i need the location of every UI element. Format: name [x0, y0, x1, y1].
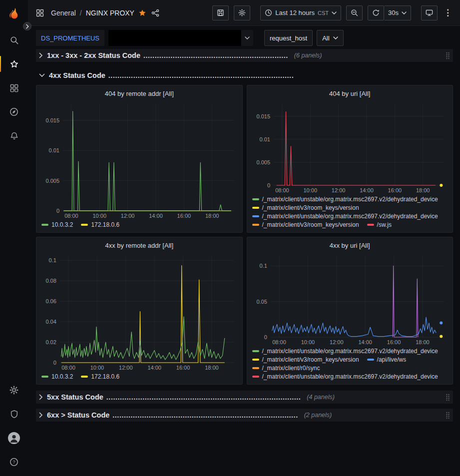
row-header-1xx-3xx-2xx[interactable]: 1xx - 3xx - 2xx Status Code ............… [36, 49, 453, 62]
breadcrumb-dashboard-title[interactable]: NGINX PROXY [86, 9, 134, 17]
variable-request-host-label[interactable]: request_host [264, 30, 313, 46]
panel-title[interactable]: 4xx by uri [All] [252, 240, 448, 251]
svg-text:12:00: 12:00 [121, 213, 135, 219]
share-button[interactable] [151, 9, 159, 17]
svg-text:18:00: 18:00 [205, 365, 219, 371]
sidebar-item-search[interactable] [0, 28, 28, 52]
row-drag-handle[interactable] [446, 412, 450, 419]
svg-text:10:00: 10:00 [93, 213, 107, 219]
save-dashboard-button[interactable] [212, 5, 229, 20]
row-title-dots: ........................................… [106, 393, 301, 401]
refresh-interval-picker[interactable]: 30s [384, 5, 411, 20]
sidebar-item-explore[interactable] [0, 100, 28, 124]
chevron-down-icon [332, 11, 337, 14]
time-range-picker[interactable]: Last 12 hours CST [260, 5, 341, 20]
legend-swatch [367, 224, 374, 226]
dashboard-settings-button[interactable] [234, 5, 250, 20]
svg-text:08:00: 08:00 [272, 339, 286, 345]
legend-swatch [81, 376, 88, 378]
panel-title[interactable]: 404 by remote addr [All] [41, 88, 237, 99]
star-filled-icon [138, 9, 146, 17]
legend-item[interactable]: /_matrix/client/v3/room_keys/version [252, 204, 359, 211]
breadcrumb-section[interactable]: General [51, 9, 76, 17]
svg-text:0.02: 0.02 [45, 339, 56, 345]
row-title-dots: ........................................… [112, 411, 298, 419]
compass-icon [9, 107, 18, 116]
legend-item[interactable]: /sw.js [367, 221, 392, 228]
svg-text:0: 0 [264, 334, 267, 340]
legend-item[interactable]: /_matrix/client/unstable/org.matrix.msc2… [252, 213, 438, 220]
svg-text:14:00: 14:00 [147, 365, 161, 371]
time-series-chart[interactable]: 08:0010:0012:0014:0016:0018:0000.0050.01… [252, 99, 448, 195]
svg-text:0.1: 0.1 [49, 257, 56, 263]
svg-text:0.005: 0.005 [45, 178, 59, 184]
legend-item[interactable]: 10.0.3.2 [41, 221, 73, 228]
sidebar-item-alerting[interactable] [0, 124, 28, 148]
caret-container [241, 36, 253, 39]
svg-text:14:00: 14:00 [358, 339, 372, 345]
sidebar-item-profile[interactable] [0, 426, 28, 450]
panel-title[interactable]: 404 by uri [All] [252, 88, 448, 99]
legend-item[interactable]: 172.18.0.6 [81, 221, 119, 228]
refresh-button[interactable] [368, 5, 384, 20]
legend-item[interactable]: /_matrix/client/unstable/org.matrix.msc2… [252, 373, 438, 380]
variable-request-host-picker[interactable]: All [317, 30, 343, 46]
favorite-star-button[interactable] [138, 9, 146, 17]
row-title-dots: ........................................… [143, 51, 288, 59]
legend-swatch [252, 198, 259, 200]
svg-text:0.08: 0.08 [45, 278, 56, 284]
request-host-value: All [322, 34, 329, 42]
legend-item[interactable]: /_matrix/client/unstable/org.matrix.msc2… [252, 196, 438, 203]
tv-mode-button[interactable] [421, 5, 438, 20]
svg-text:14:00: 14:00 [149, 213, 163, 219]
svg-text:?: ? [12, 459, 15, 465]
legend-item[interactable]: /_matrix/client/unstable/org.matrix.msc2… [252, 348, 438, 355]
row-header-4xx[interactable]: 4xx Status Code ........................… [36, 69, 453, 82]
gear-icon [238, 9, 246, 16]
time-series-chart[interactable]: 08:0010:0012:0014:0016:0018:0000.020.040… [41, 251, 237, 372]
legend-item[interactable]: 172.18.0.6 [81, 373, 119, 380]
svg-text:0: 0 [56, 208, 59, 214]
sidebar-bottom-section: ? [0, 378, 28, 476]
breadcrumb-dashboards-icon[interactable] [36, 9, 44, 17]
gear-icon [9, 386, 18, 395]
bell-icon [10, 132, 18, 140]
row-drag-handle[interactable] [446, 394, 450, 401]
legend-item[interactable]: /api/live/ws [367, 356, 407, 363]
time-series-chart[interactable]: 08:0010:0012:0014:0016:0018:0000.0050.01… [41, 99, 237, 220]
datasource-picker[interactable] [108, 30, 253, 46]
sidebar-item-help[interactable]: ? [0, 450, 28, 474]
zoom-out-button[interactable] [346, 5, 363, 20]
breadcrumb-separator: / [80, 9, 82, 17]
panel-4xx-by-remote-addr: 4xx by remote addr [All] 08:0010:0012:00… [36, 237, 243, 385]
chevron-down-icon [245, 36, 250, 39]
clock-icon [265, 9, 272, 16]
legend-item[interactable]: /_matrix/client/r0/sync [252, 365, 320, 372]
panel-title[interactable]: 4xx by remote addr [All] [41, 240, 237, 251]
legend-item[interactable]: /_matrix/client/v3/room_keys/version [252, 356, 359, 363]
chart-legend: /_matrix/client/unstable/org.matrix.msc2… [252, 348, 448, 380]
legend-item[interactable]: 10.0.3.2 [41, 373, 73, 380]
sidebar-item-server-admin[interactable] [0, 402, 28, 426]
row-panel-count: (4 panels) [307, 394, 335, 401]
sidebar-item-starred[interactable] [0, 52, 28, 76]
sidebar-item-dashboards[interactable] [0, 76, 28, 100]
svg-text:10:00: 10:00 [303, 187, 317, 193]
sidebar-item-configuration[interactable] [0, 378, 28, 402]
sidebar-expand-button[interactable] [23, 22, 31, 30]
row-drag-handle[interactable] [446, 52, 450, 59]
variable-ds-prometheus-label[interactable]: DS_PROMETHEUS [36, 30, 104, 46]
svg-text:18:00: 18:00 [205, 213, 219, 219]
row-title: 5xx Status Code [47, 393, 103, 401]
person-icon [8, 432, 20, 444]
legend-swatch [81, 224, 88, 226]
time-series-chart[interactable]: 08:0010:0012:0014:0016:0018:0000.050.1 [252, 251, 448, 347]
kebab-menu-button[interactable]: ⋮ [443, 7, 453, 18]
legend-item[interactable]: /_matrix/client/v3/room_keys/version [252, 221, 359, 228]
shield-icon [10, 410, 18, 419]
svg-text:0.1: 0.1 [259, 263, 267, 269]
row-header-5xx[interactable]: 5xx Status Code ........................… [36, 391, 453, 404]
datasource-value-redacted [108, 30, 241, 46]
row-header-6xx[interactable]: 6xx > Status Code ......................… [36, 409, 453, 422]
dashboard-canvas: DS_PROMETHEUS request_host All 1xx - 3xx… [28, 26, 460, 476]
